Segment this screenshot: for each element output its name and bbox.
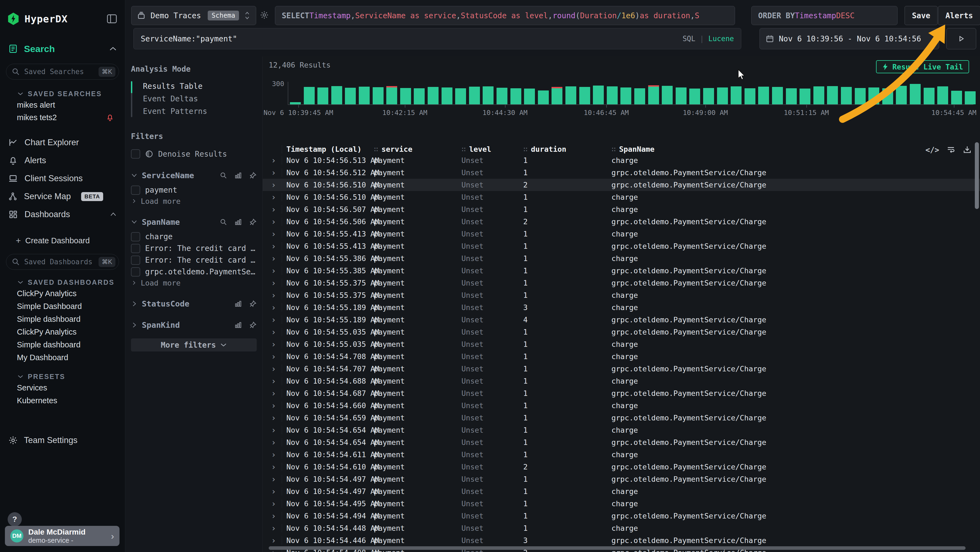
- table-row[interactable]: ›Nov 6 10:54:54.495 AMpaymentUnset1charg…: [263, 498, 980, 510]
- alerts-button[interactable]: Alerts: [938, 6, 980, 25]
- run-query-button[interactable]: [946, 28, 976, 49]
- histogram-bar[interactable]: [855, 88, 865, 104]
- filter-group-header[interactable]: ServiceName: [131, 170, 257, 181]
- table-row[interactable]: ›Nov 6 10:54:54.497 AMpaymentUnset1grpc.…: [263, 473, 980, 485]
- table-row[interactable]: ›Nov 6 10:54:55.189 AMpaymentUnset4grpc.…: [263, 314, 980, 326]
- sidebar-item-dashboards[interactable]: Dashboards: [0, 206, 125, 223]
- table-row[interactable]: ›Nov 6 10:54:55.375 AMpaymentUnset1grpc.…: [263, 277, 980, 289]
- table-row[interactable]: ›Nov 6 10:54:55.375 AMpaymentUnset1charg…: [263, 289, 980, 302]
- row-expand-icon[interactable]: ›: [266, 278, 282, 288]
- analysis-tab-event-deltas[interactable]: Event Deltas: [131, 93, 257, 105]
- sidebar-item-client-sessions[interactable]: Client Sessions: [0, 169, 125, 187]
- table-row[interactable]: ›Nov 6 10:54:54.660 AMpaymentUnset1charg…: [263, 399, 980, 412]
- row-expand-icon[interactable]: ›: [266, 217, 282, 227]
- table-row[interactable]: ›Nov 6 10:54:55.413 AMpaymentUnset1charg…: [263, 228, 980, 240]
- table-row[interactable]: ›Nov 6 10:54:54.654 AMpaymentUnset1grpc.…: [263, 436, 980, 448]
- histogram-bar[interactable]: [703, 88, 714, 104]
- sidebar-item-team-settings[interactable]: Team Settings: [0, 432, 125, 448]
- more-filters-button[interactable]: More filters: [131, 338, 257, 351]
- histogram-bar[interactable]: [731, 86, 741, 104]
- chevron-right-icon[interactable]: [131, 300, 137, 307]
- table-row[interactable]: ›Nov 6 10:54:54.610 AMpaymentUnset2grpc.…: [263, 461, 980, 473]
- filter-value-row[interactable]: Error: The credit card …: [131, 243, 257, 254]
- pin-icon[interactable]: [249, 218, 257, 226]
- histogram-bar[interactable]: [841, 87, 852, 104]
- saved-search-item[interactable]: mikes tets2: [0, 111, 125, 124]
- presets-section[interactable]: PRESETS: [0, 372, 125, 381]
- row-expand-icon[interactable]: ›: [266, 376, 282, 386]
- sidebar-item-chart-explorer[interactable]: Chart Explorer: [0, 134, 125, 152]
- table-row[interactable]: ›Nov 6 10:54:54.494 AMpaymentUnset1grpc.…: [263, 510, 980, 522]
- row-expand-icon[interactable]: ›: [266, 413, 282, 423]
- filter-value-row[interactable]: grpc.oteldemo.PaymentSe…: [131, 266, 257, 278]
- row-expand-icon[interactable]: ›: [266, 425, 282, 435]
- histogram-bar[interactable]: [662, 86, 673, 104]
- dashboard-item[interactable]: My Dashboard: [0, 351, 125, 364]
- chevron-up-icon[interactable]: [109, 46, 117, 51]
- row-expand-icon[interactable]: ›: [266, 340, 282, 349]
- horizontal-scrollbar[interactable]: [269, 546, 966, 550]
- code-view-icon[interactable]: </>: [925, 145, 939, 155]
- filter-checkbox[interactable]: [131, 244, 140, 253]
- row-expand-icon[interactable]: ›: [266, 487, 282, 496]
- search-query-input[interactable]: ServiceName:"payment" SQL | Lucene: [134, 28, 741, 49]
- histogram-bar[interactable]: [896, 86, 907, 104]
- row-expand-icon[interactable]: ›: [266, 254, 282, 263]
- filter-value-row[interactable]: charge: [131, 231, 257, 242]
- histogram-bar[interactable]: [965, 91, 976, 104]
- saved-dashboards-input[interactable]: Saved Dashboards ⌘K: [6, 254, 119, 270]
- row-expand-icon[interactable]: ›: [266, 499, 282, 508]
- row-expand-icon[interactable]: ›: [266, 389, 282, 398]
- sidebar-item-service-map[interactable]: Service MapBETA: [0, 187, 125, 206]
- dashboard-item[interactable]: Simple dashboard: [0, 338, 125, 351]
- histogram-bar[interactable]: [593, 86, 604, 104]
- filter-group-header[interactable]: StatusCode: [131, 298, 257, 310]
- histogram-bar[interactable]: [373, 87, 383, 104]
- histogram-bar[interactable]: [386, 88, 397, 104]
- table-row[interactable]: ›Nov 6 10:54:55.035 AMpaymentUnset1grpc.…: [263, 326, 980, 338]
- column-drag-handle[interactable]: ∷: [611, 145, 616, 153]
- filter-value-row[interactable]: Error: The credit card …: [131, 254, 257, 266]
- table-row[interactable]: ›Nov 6 10:54:54.446 AMpaymentUnset3grpc.…: [263, 534, 980, 547]
- column-header-service[interactable]: ∷service: [374, 145, 461, 153]
- histogram-bar[interactable]: [634, 88, 645, 104]
- row-expand-icon[interactable]: ›: [266, 204, 282, 214]
- histogram-bar[interactable]: [345, 88, 356, 104]
- histogram-bar[interactable]: [317, 88, 328, 104]
- histogram-bar[interactable]: [496, 88, 508, 104]
- analysis-tab-event-patterns[interactable]: Event Patterns: [131, 105, 257, 118]
- column-drag-handle[interactable]: ∷: [374, 145, 378, 153]
- filter-checkbox[interactable]: [131, 232, 140, 241]
- table-row[interactable]: ›Nov 6 10:54:55.386 AMpaymentUnset1charg…: [263, 252, 980, 265]
- histogram-bar[interactable]: [565, 86, 576, 104]
- histogram-bar[interactable]: [620, 88, 631, 104]
- row-expand-icon[interactable]: ›: [266, 241, 282, 251]
- row-expand-icon[interactable]: ›: [266, 437, 282, 447]
- denoise-results-row[interactable]: Denoise Results: [131, 148, 257, 160]
- table-row[interactable]: ›Nov 6 10:54:55.413 AMpaymentUnset1grpc.…: [263, 240, 980, 252]
- histogram-bar[interactable]: [800, 89, 810, 104]
- histogram-bar[interactable]: [511, 88, 521, 104]
- table-row[interactable]: ›Nov 6 10:54:54.448 AMpaymentUnset1charg…: [263, 522, 980, 534]
- histogram-bar[interactable]: [786, 88, 797, 104]
- histogram-bar[interactable]: [951, 91, 962, 104]
- pin-icon[interactable]: [249, 300, 257, 308]
- bar-chart-icon[interactable]: [234, 172, 242, 179]
- chevron-right-icon[interactable]: [131, 322, 137, 328]
- histogram-bar[interactable]: [469, 87, 480, 104]
- create-dashboard-button[interactable]: + Create Dashboard: [0, 234, 125, 247]
- save-button[interactable]: Save: [905, 6, 937, 25]
- histogram-bar[interactable]: [676, 88, 687, 104]
- analysis-tab-results-table[interactable]: Results Table: [131, 80, 257, 93]
- histogram-bar[interactable]: [524, 89, 535, 104]
- table-row[interactable]: ›Nov 6 10:54:56.506 AMpaymentUnset2grpc.…: [263, 215, 980, 228]
- dashboard-item[interactable]: Simple Dashboard: [0, 300, 125, 313]
- histogram-bar[interactable]: [689, 89, 700, 104]
- denoise-checkbox[interactable]: [131, 149, 140, 159]
- sql-select-editor[interactable]: SELECT Timestamp, ServiceName as service…: [275, 6, 735, 25]
- load-more-button[interactable]: Load more: [131, 278, 257, 288]
- row-expand-icon[interactable]: ›: [266, 168, 282, 177]
- column-drag-handle[interactable]: ∷: [523, 145, 528, 153]
- row-expand-icon[interactable]: ›: [266, 511, 282, 521]
- histogram-bar[interactable]: [579, 87, 590, 104]
